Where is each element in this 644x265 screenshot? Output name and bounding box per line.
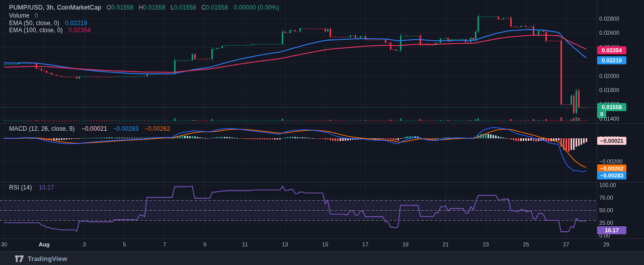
rsi-tick-label: 75.00 [599,194,613,201]
macd-label: MACD (12, 26, close, 9) [9,125,74,132]
time-tick-label: 29 [603,241,609,247]
ohlc-high-label: H [139,4,143,11]
ohlc-close-label: C [201,4,206,11]
time-tick-label: 21 [443,241,449,247]
time-tick-label: Aug [39,241,49,247]
ema100-legend[interactable]: EMA (100, close, 0) 0.02354 [9,27,91,34]
chart-canvas[interactable] [0,0,644,265]
ema50-legend[interactable]: EMA (50, close, 0) 0.02219 [9,20,87,27]
time-tick-label: 7 [163,241,166,247]
ohlc-open-value: 0.01558 [111,4,133,11]
ohlc-low-value: 0.01558 [174,4,196,11]
macd-tick-label: −0.00200 [599,158,622,165]
rsi-tick-label: 25.00 [599,219,613,226]
macd-signal-value: −0.00262 [144,125,170,132]
ema100-value: 0.02354 [68,27,91,34]
tradingview-logo-icon [15,255,24,262]
ohlc-open-label: O [107,4,111,11]
ema100-label: EMA (100, close, 0) [9,27,63,34]
symbol-title: PUMP/USD, 3h, CoinMarketCap [9,4,101,11]
ema50-badge: 0.02219 [597,56,626,64]
volume-label: Volume [9,12,30,19]
volume-legend[interactable]: Volume 0 [9,12,38,19]
rsi-value: 10.17 [39,184,54,191]
ohlc-high-value: 0.01558 [143,4,166,11]
macd-line-value: −0.00283 [113,125,138,132]
tradingview-logo-link[interactable]: TradingView [15,255,67,262]
brand-name: TradingView [28,255,67,262]
time-tick-label: 9 [203,241,206,247]
time-tick-label: 15 [322,241,328,247]
rsi-tick-label: 100.00 [599,182,616,189]
macd-legend[interactable]: MACD (12, 26, close, 9) −0.00021 −0.0028… [9,125,170,132]
main-series-legend[interactable]: PUMP/USD, 3h, CoinMarketCap O0.01558 H0.… [9,4,279,11]
time-tick-label: 17 [362,241,368,247]
time-tick-label: 13 [282,241,288,247]
rsi-tick-label: 50.00 [599,207,613,214]
macd-line-badge: −0.00283 [597,171,626,180]
ema100-badge: 0.02354 [597,46,626,54]
rsi-badge: 10.17 [597,226,626,234]
time-tick-label: 27 [563,241,569,247]
ema50-value: 0.02219 [65,20,87,27]
price-tick-label: 0.01800 [599,86,619,94]
rsi-legend[interactable]: RSI (14) 10.17 [9,184,54,191]
price-tick-label: 0.02000 [599,72,619,79]
volume-value: 0 [35,12,38,19]
time-tick-label: 25 [523,241,529,247]
volume-badge: 0 [597,110,606,118]
attribution-bar: TradingView [0,251,644,265]
time-tick-label: 3 [83,241,86,247]
macd-hist-badge: −0.00021 [597,137,626,145]
ema50-label: EMA (50, close, 0) [9,20,59,27]
time-tick-label: 11 [242,241,248,247]
ohlc-low-label: L [171,4,174,11]
price-tick-label: 0.02800 [599,15,619,22]
time-tick-label: 19 [403,241,409,247]
time-tick-label: 30 [1,241,7,247]
macd-hist-value: −0.00021 [82,125,107,132]
ohlc-close-value: 0.01558 [206,4,228,11]
rsi-label: RSI (14) [9,184,32,191]
time-tick-label: 23 [482,241,489,247]
tradingview-chart-widget: PUMP/USD, 3h, CoinMarketCap O0.01558 H0.… [0,0,644,265]
price-tick-label: 0.02600 [599,29,619,36]
time-tick-label: 5 [123,241,126,247]
change-value: 0.00000 (0.00%) [234,4,279,11]
